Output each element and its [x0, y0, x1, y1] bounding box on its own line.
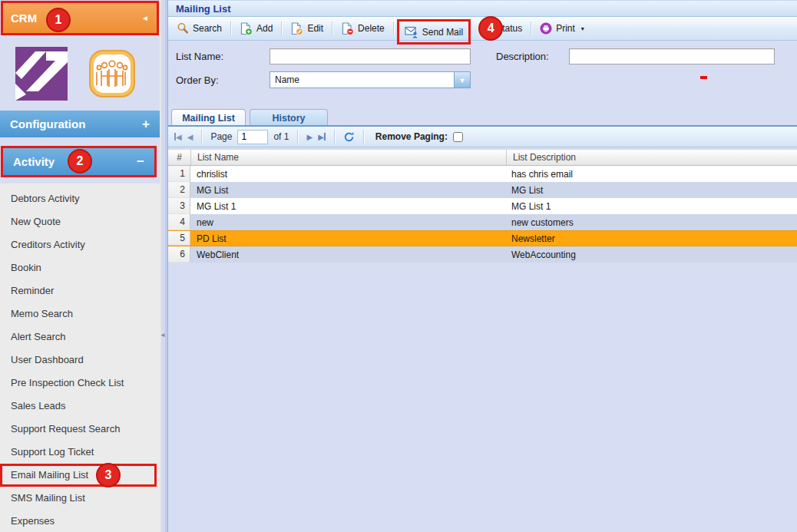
cell-num: 2 — [168, 182, 190, 198]
cell-num: 5 — [168, 231, 190, 246]
cell-list-name: MG List 1 — [190, 198, 505, 214]
page-label: Page — [210, 131, 232, 142]
sidebar-item-bookin[interactable]: Bookin — [0, 256, 160, 279]
edit-label: Edit — [307, 23, 323, 34]
sidebar-item-support-request-search[interactable]: Support Request Search — [0, 418, 160, 441]
last-page-button[interactable]: ▶ — [318, 133, 326, 141]
panel-splitter[interactable]: ◄ — [160, 0, 167, 532]
page-number-input[interactable] — [237, 130, 268, 144]
delete-button[interactable]: Delete — [336, 20, 390, 38]
cell-num: 6 — [168, 246, 190, 263]
next-page-icon: ▶ — [306, 133, 313, 141]
filter-form: List Name: Description: Order By: Name ▾ — [168, 41, 797, 107]
sidebar-item-user-dashboard[interactable]: User Dashboard — [0, 349, 160, 372]
page-title: Mailing List — [176, 3, 231, 15]
sidebar-item-sales-leads[interactable]: Sales Leads — [0, 395, 160, 418]
table-row[interactable]: 4 new new customers — [168, 214, 797, 230]
order-by-select[interactable]: Name ▾ — [270, 71, 471, 88]
cell-list-description: has chris email — [505, 166, 797, 182]
column-header-list-name[interactable]: List Name — [190, 150, 506, 165]
tab-history[interactable]: History — [250, 109, 328, 125]
add-button[interactable]: Add — [234, 20, 278, 38]
table-row-selected[interactable]: 5 PD List Newsletter — [168, 230, 797, 246]
previous-page-button[interactable]: ◀ — [187, 133, 193, 141]
splitter-collapse-icon[interactable]: ◄ — [160, 332, 166, 339]
order-by-value: Name — [270, 72, 454, 88]
table-row[interactable]: 2 MG List MG List — [168, 182, 797, 198]
cell-list-name: new — [190, 214, 505, 230]
refresh-button[interactable] — [343, 131, 355, 143]
paging-separator — [201, 130, 202, 144]
table-row[interactable]: 3 MG List 1 MG List 1 — [168, 198, 797, 214]
print-button[interactable]: Print ▾ — [534, 20, 590, 37]
sidebar-item-pre-inspection-check-list[interactable]: Pre Inspection Check List — [0, 372, 160, 395]
collapse-sidebar-icon[interactable]: ◄ — [141, 14, 149, 22]
remove-paging-checkbox[interactable] — [453, 132, 463, 142]
sidebar-item-reminder[interactable]: Reminder — [0, 279, 160, 302]
sidebar-section-activity[interactable]: Activity 2 − — [1, 146, 157, 177]
first-page-icon: ◀ — [176, 133, 182, 141]
cell-list-name: chrislist — [190, 166, 505, 182]
sidebar-item-support-log-ticket[interactable]: Support Log Ticket — [0, 441, 160, 464]
description-input[interactable] — [569, 48, 775, 64]
last-page-icon: ▶ — [318, 133, 324, 141]
mailing-list-panel: Mailing List Search Add — [167, 0, 797, 532]
panel-titlebar: Mailing List — [168, 0, 797, 17]
company-logo — [15, 47, 68, 101]
search-button[interactable]: Search — [171, 20, 227, 37]
chevron-down-icon[interactable]: ▾ — [454, 72, 470, 88]
remove-paging-label: Remove Paging: — [375, 131, 448, 142]
paging-separator — [334, 130, 335, 144]
add-label: Add — [256, 23, 273, 34]
delete-label: Delete — [358, 23, 385, 34]
print-dropdown-caret[interactable]: ▾ — [581, 25, 584, 32]
cell-list-name: WebClient — [190, 246, 505, 263]
cell-list-name: PD List — [190, 231, 505, 246]
page-of-label: of 1 — [273, 131, 289, 142]
sidebar-item-debtors-activity[interactable]: Debtors Activity — [0, 187, 160, 210]
annotation-badge-3: 3 — [96, 463, 121, 487]
sidebar-item-sms-mailing-list[interactable]: SMS Mailing List — [0, 487, 160, 510]
sidebar-item-creditors-activity[interactable]: Creditors Activity — [0, 233, 160, 256]
sidebar-item-alert-search[interactable]: Alert Search — [0, 325, 160, 349]
send-mail-button[interactable]: Send Mail — [397, 19, 471, 45]
toolbar-separator — [230, 21, 231, 35]
sidebar-item-new-quote[interactable]: New Quote — [0, 210, 160, 233]
table-row[interactable]: 6 WebClient WebAccounting — [168, 246, 797, 263]
sidebar-item-email-mailing-list[interactable]: Email Mailing List 3 — [0, 464, 157, 487]
cell-list-description: MG List — [505, 182, 797, 198]
sidebar-item-memo-search[interactable]: Memo Search — [0, 302, 160, 325]
cell-list-description: MG List 1 — [505, 198, 797, 214]
logo-row — [0, 35, 160, 107]
cell-num: 1 — [168, 166, 190, 182]
send-mail-label: Send Mail — [422, 27, 463, 38]
toolbar-separator — [332, 21, 332, 35]
first-page-button[interactable]: ◀ — [174, 133, 182, 141]
print-label: Print — [556, 23, 575, 34]
next-page-button[interactable]: ▶ — [306, 133, 313, 141]
annotation-red-dash — [700, 76, 707, 79]
annotation-badge-4: 4 — [478, 16, 503, 41]
crm-module-header[interactable]: CRM 1 ◄ — [1, 1, 159, 35]
search-label: Search — [193, 23, 222, 34]
table-row[interactable]: 1 chrislist has chris email — [168, 166, 797, 182]
refresh-icon — [343, 131, 355, 143]
list-name-input[interactable] — [270, 48, 471, 64]
print-icon — [540, 22, 552, 35]
edit-button[interactable]: Edit — [285, 20, 329, 38]
list-name-label: List Name: — [176, 51, 270, 62]
toolbar-separator — [531, 21, 531, 35]
sidebar-item-expenses[interactable]: Expenses — [0, 510, 160, 532]
column-header-list-description[interactable]: List Description — [506, 150, 797, 165]
add-icon — [240, 22, 253, 35]
expand-icon[interactable]: + — [142, 117, 150, 132]
previous-page-icon: ◀ — [187, 133, 193, 141]
tab-mailing-list[interactable]: Mailing List — [171, 109, 246, 125]
delete-icon — [341, 22, 354, 35]
column-header-num[interactable]: # — [168, 150, 190, 165]
sidebar-section-configuration[interactable]: Configuration + — [0, 111, 160, 137]
activity-menu: Debtors Activity New Quote Creditors Act… — [0, 183, 160, 532]
annotation-badge-2: 2 — [68, 149, 92, 173]
collapse-section-icon[interactable]: − — [137, 154, 144, 170]
paging-bar: ◀ ◀ Page of 1 ▶ ▶ Remove Paging: — [168, 127, 797, 147]
